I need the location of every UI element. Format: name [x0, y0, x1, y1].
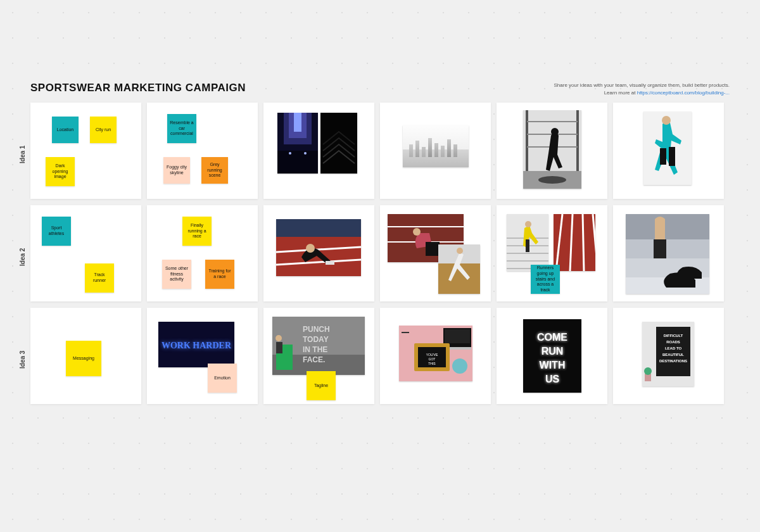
- svg-rect-41: [426, 242, 440, 256]
- svg-rect-78: [445, 329, 470, 343]
- board-help-text: Share your ideas with your team, visuall…: [554, 82, 730, 97]
- photo-neon-work-harder[interactable]: WORK HARDER: [158, 322, 234, 367]
- svg-rect-52: [526, 239, 529, 252]
- svg-rect-71: [276, 342, 282, 353]
- help-link[interactable]: https://conceptboard.com/blog/building-.…: [637, 90, 730, 96]
- svg-rect-33: [276, 219, 361, 237]
- row-label-idea-3: Idea 3: [19, 351, 26, 369]
- card-r2c5[interactable]: Runners going up stairs and across a tra…: [497, 205, 607, 301]
- card-r2c6[interactable]: [613, 205, 724, 301]
- svg-rect-64: [654, 239, 666, 258]
- sticky-city-run[interactable]: City run: [90, 117, 117, 143]
- card-r1c6[interactable]: [613, 103, 724, 199]
- svg-text:RUN: RUN: [542, 346, 564, 357]
- svg-text:WORK HARDER: WORK HARDER: [162, 341, 232, 350]
- photo-track-lanes[interactable]: [554, 214, 595, 271]
- svg-text:FACE.: FACE.: [303, 355, 325, 364]
- svg-rect-29: [660, 148, 666, 165]
- svg-point-100: [644, 367, 652, 375]
- svg-text:WITH: WITH: [540, 360, 566, 370]
- svg-point-27: [551, 128, 559, 136]
- card-r2c4[interactable]: [380, 205, 491, 301]
- sticky-finally-running[interactable]: Finally running a race: [182, 217, 212, 246]
- svg-rect-7: [320, 113, 357, 174]
- svg-point-36: [306, 244, 315, 253]
- card-r2c2[interactable]: Finally running a race Some other fitnes…: [147, 205, 258, 301]
- sticky-track-runner[interactable]: Track runner: [85, 263, 114, 293]
- photo-sprinter-start[interactable]: [276, 219, 361, 276]
- sticky-training-race[interactable]: Training for a race: [205, 260, 234, 289]
- sticky-grey-running[interactable]: Grey running scene: [201, 157, 228, 184]
- svg-rect-61: [626, 239, 709, 258]
- svg-rect-60: [626, 214, 709, 239]
- photo-runner-bridge-bw[interactable]: [523, 110, 581, 189]
- photo-stretching-field[interactable]: [438, 244, 480, 294]
- card-r1c1[interactable]: Location City run Dark opening image: [30, 103, 141, 199]
- photo-letterboard[interactable]: DIFFICULT ROADS LEAD TO BEAUTIFUL DESTIN…: [642, 322, 694, 386]
- photo-foggy-skyline[interactable]: [403, 125, 469, 167]
- svg-rect-4: [277, 151, 318, 174]
- sticky-sport-athletes[interactable]: Sport athletes: [42, 217, 71, 246]
- sticky-tagline[interactable]: Tagline: [307, 371, 336, 400]
- svg-point-26: [538, 176, 566, 184]
- card-r1c4[interactable]: [380, 103, 491, 199]
- board-title: SPORTSWEAR MARKETING CAMPAIGN: [30, 82, 246, 94]
- sticky-other-fitness[interactable]: Some other fitness activity: [162, 260, 191, 289]
- card-r1c3[interactable]: [263, 103, 374, 199]
- svg-point-31: [662, 116, 671, 125]
- card-r3c6[interactable]: DIFFICULT ROADS LEAD TO BEAUTIFUL DESTIN…: [613, 308, 724, 404]
- svg-text:LEAD TO: LEAD TO: [665, 346, 682, 350]
- photo-sneakers-steps[interactable]: [626, 214, 709, 294]
- photo-come-run-with-us[interactable]: COME RUN WITH US: [523, 319, 581, 393]
- photo-stairs-runner[interactable]: [507, 214, 548, 271]
- card-r1c5[interactable]: [497, 103, 607, 199]
- card-r1c2[interactable]: Resemble a car commercial Foggy city sky…: [147, 103, 258, 199]
- photo-runner-teal[interactable]: [643, 111, 692, 185]
- svg-point-45: [457, 248, 463, 254]
- sticky-messaging[interactable]: Messaging: [66, 341, 101, 376]
- svg-rect-30: [669, 147, 675, 166]
- card-r3c5[interactable]: COME RUN WITH US: [497, 308, 607, 404]
- photo-dark-architecture[interactable]: [320, 113, 357, 174]
- photo-night-street[interactable]: [277, 113, 318, 174]
- svg-text:THIS: THIS: [428, 362, 436, 365]
- svg-text:IN THE: IN THE: [303, 345, 327, 354]
- svg-point-5: [289, 152, 291, 155]
- svg-rect-3: [294, 113, 301, 132]
- sticky-dark-opening[interactable]: Dark opening image: [46, 157, 75, 186]
- svg-text:GOT: GOT: [429, 357, 436, 361]
- svg-point-85: [452, 358, 467, 374]
- help-line-2-prefix: Learn more at: [604, 90, 637, 96]
- card-r3c3[interactable]: PUNCH TODAY IN THE FACE. Tagline: [263, 308, 374, 404]
- svg-text:PUNCH: PUNCH: [303, 325, 330, 334]
- sticky-foggy-skyline[interactable]: Foggy city skyline: [163, 157, 190, 184]
- svg-text:BEAUTIFUL: BEAUTIFUL: [662, 353, 684, 357]
- board-header: SPORTSWEAR MARKETING CAMPAIGN Share your…: [30, 82, 730, 97]
- card-r2c3[interactable]: [263, 205, 374, 301]
- svg-text:DESTINATIONS: DESTINATIONS: [659, 359, 687, 363]
- svg-text:COME: COME: [537, 332, 567, 343]
- sticky-resemble-commercial[interactable]: Resemble a car commercial: [167, 114, 196, 143]
- sticky-emotion[interactable]: Emotion: [208, 364, 237, 393]
- svg-line-57: [583, 214, 584, 271]
- sticky-location[interactable]: Location: [52, 117, 79, 143]
- svg-text:DIFFICULT: DIFFICULT: [664, 334, 683, 338]
- row-label-idea-1: Idea 1: [19, 146, 26, 163]
- svg-rect-18: [403, 125, 469, 167]
- svg-rect-86: [402, 332, 409, 333]
- card-r2c1[interactable]: Sport athletes Track runner: [30, 205, 141, 301]
- svg-point-70: [276, 335, 282, 341]
- svg-point-6: [304, 152, 307, 155]
- photo-desk-flatlay[interactable]: YOU'VE GOT THIS: [399, 326, 472, 381]
- svg-text:ROADS: ROADS: [666, 340, 680, 344]
- photo-punch-today[interactable]: PUNCH TODAY IN THE FACE.: [272, 317, 365, 375]
- sticky-runners-stairs-track[interactable]: Runners going up stairs and across a tra…: [531, 265, 560, 294]
- svg-text:US: US: [545, 374, 560, 384]
- infinite-canvas[interactable]: { "title": "SPORTSWEAR MARKETING CAMPAIG…: [0, 0, 760, 532]
- card-r3c1[interactable]: Messaging: [30, 308, 141, 404]
- card-r3c4[interactable]: YOU'VE GOT THIS: [380, 308, 491, 404]
- svg-rect-37: [326, 261, 334, 265]
- card-r3c2[interactable]: WORK HARDER Emotion: [147, 308, 258, 404]
- svg-point-42: [413, 228, 421, 236]
- svg-text:TODAY: TODAY: [303, 335, 329, 344]
